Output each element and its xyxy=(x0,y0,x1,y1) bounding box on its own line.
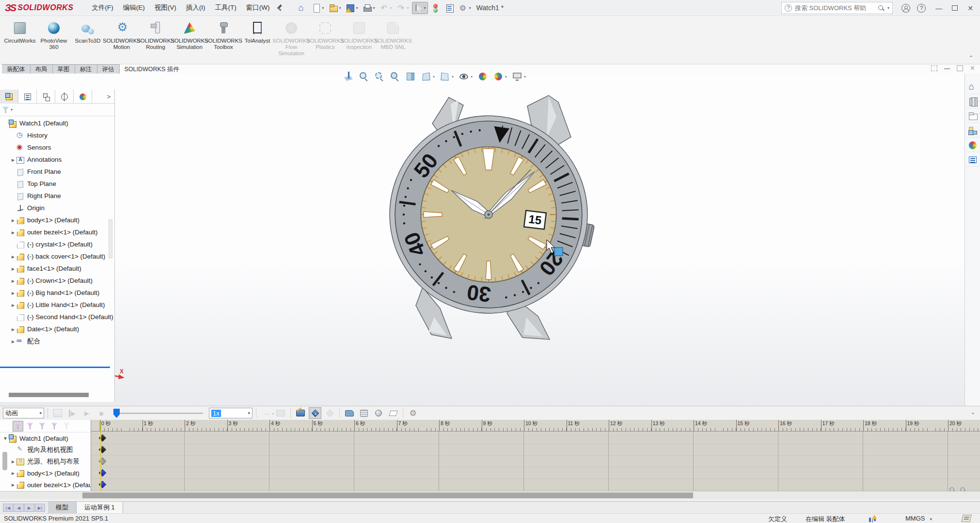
timeline-position-slider[interactable] xyxy=(113,408,203,418)
menu-item[interactable]: 工具(T) xyxy=(210,0,241,15)
expand-arrow-icon[interactable] xyxy=(10,217,16,224)
play-button[interactable] xyxy=(80,407,93,419)
command-tab[interactable]: 装配体 xyxy=(2,64,31,74)
feature-tree-item[interactable]: Date<1> (Default) xyxy=(0,323,114,335)
study-type-combo[interactable]: 动画▾ xyxy=(3,408,44,418)
animation-wizard-button[interactable] xyxy=(294,407,307,419)
motion-filter-button[interactable] xyxy=(49,421,60,431)
minimize-button[interactable]: — xyxy=(933,4,945,12)
feature-tree-item[interactable]: body<1> (Default) xyxy=(0,214,114,226)
timeline-row[interactable] xyxy=(91,479,980,491)
motion-filter-button[interactable] xyxy=(37,421,47,431)
ribbon-collapse-icon[interactable]: ⌃ xyxy=(969,55,973,61)
task-pane-button[interactable] xyxy=(966,80,980,94)
addin-button[interactable]: ScanTo3D xyxy=(71,19,105,62)
motion-collapse-icon[interactable]: ⌄ xyxy=(971,409,975,415)
timeline-row[interactable] xyxy=(91,456,980,467)
expand-arrow-icon[interactable] xyxy=(10,470,16,477)
playback-speed-combo[interactable]: 1x▾ xyxy=(209,408,253,418)
restore-button[interactable] xyxy=(952,5,958,11)
heads-up-button[interactable] xyxy=(404,70,417,83)
search-input[interactable]: 搜索 SOLIDWORKS 帮助 xyxy=(795,4,875,13)
feature-tree-item[interactable]: Front Plane xyxy=(0,166,114,178)
stop-button[interactable] xyxy=(95,407,108,419)
command-tab[interactable]: 评估 xyxy=(97,64,120,74)
results-button[interactable] xyxy=(358,407,370,419)
calculate-button[interactable] xyxy=(51,407,64,419)
task-pane-button[interactable] xyxy=(966,109,980,123)
task-pane-button[interactable] xyxy=(966,95,980,108)
task-pane-button[interactable] xyxy=(966,124,980,138)
addin-button[interactable]: SOLIDWORKS Flow Simulation xyxy=(274,19,308,62)
heads-up-button[interactable] xyxy=(420,70,436,83)
feature-panel-tab[interactable] xyxy=(55,90,74,104)
feature-tree-item[interactable]: (-) Big hand<1> (Default) xyxy=(0,287,114,299)
feature-tree-item[interactable]: Sensors xyxy=(0,141,114,154)
command-tab[interactable]: SOLIDWORKS 插件 xyxy=(120,64,185,74)
prev-tab-icon[interactable]: ◀ xyxy=(14,504,24,512)
addin-button[interactable]: SOLIDWORKS Toolbox xyxy=(206,19,240,62)
expand-arrow-icon[interactable] xyxy=(2,435,9,442)
feature-tree-item[interactable]: History xyxy=(0,129,114,141)
quick-tool-button[interactable] xyxy=(310,2,326,14)
playback-mode-button[interactable] xyxy=(260,407,272,419)
graphics-area[interactable]: 50 40 30 20 15 xyxy=(0,74,980,406)
command-tab[interactable]: 标注 xyxy=(75,64,97,74)
quick-tool-button[interactable] xyxy=(457,2,473,14)
pin-toolbar-icon[interactable] xyxy=(275,3,284,12)
feature-panel-tab[interactable] xyxy=(74,90,92,104)
quick-tool-button[interactable] xyxy=(429,2,442,14)
timebar-cursor[interactable] xyxy=(100,421,101,491)
menu-item[interactable]: 插入(I) xyxy=(181,0,210,15)
motion-filter-button[interactable] xyxy=(25,421,35,431)
quick-tool-button[interactable] xyxy=(344,2,360,14)
viewport-close-icon[interactable]: ✕ xyxy=(970,65,975,71)
addin-button[interactable]: SOLIDWORKS Routing xyxy=(139,19,173,62)
motion-filter-button[interactable] xyxy=(61,421,72,431)
study-tab[interactable]: 运动算例 1 xyxy=(77,502,123,513)
motion-tree-item[interactable]: outer bezel<1> (Default) xyxy=(0,479,91,491)
heads-up-button[interactable] xyxy=(358,70,370,83)
addin-button[interactable]: SOLIDWORKS Motion xyxy=(105,19,139,62)
task-pane-button[interactable] xyxy=(966,138,980,152)
expand-arrow-icon[interactable] xyxy=(10,481,16,488)
heads-up-button[interactable] xyxy=(389,70,401,83)
timeline-row[interactable] xyxy=(91,432,980,444)
heads-up-button[interactable] xyxy=(492,70,508,83)
heads-up-button[interactable] xyxy=(511,70,527,83)
quick-tool-button[interactable] xyxy=(412,2,428,14)
slider-thumb[interactable] xyxy=(113,409,120,418)
feature-tree-item[interactable]: Origin xyxy=(0,202,114,214)
addin-button[interactable]: CircuitWorks xyxy=(3,19,37,62)
expand-arrow-icon[interactable] xyxy=(10,229,16,236)
feature-panel-tab[interactable] xyxy=(0,90,18,104)
save-animation-film-button[interactable] xyxy=(274,407,287,419)
expand-arrow-icon[interactable] xyxy=(10,277,16,284)
expand-arrow-icon[interactable] xyxy=(10,338,16,345)
menu-item[interactable]: 视图(V) xyxy=(150,0,181,15)
addin-button[interactable]: SOLIDWORKS Inspection xyxy=(342,19,376,62)
collapse-markers-button[interactable] xyxy=(387,407,399,419)
feature-tree-item[interactable]: Right Plane xyxy=(0,190,114,202)
motion-tree-item[interactable]: 光源、相机与布景 xyxy=(0,456,91,467)
search-dropdown-icon[interactable]: ▾ xyxy=(887,6,889,10)
play-from-start-button[interactable] xyxy=(66,407,79,419)
feature-panel-tab[interactable] xyxy=(37,90,55,104)
panel-expand-icon[interactable]: > xyxy=(92,90,114,103)
timeline-row[interactable] xyxy=(91,444,980,456)
search-icon[interactable] xyxy=(878,5,885,12)
expand-arrow-icon[interactable] xyxy=(10,290,16,296)
motion-tree-scrollbar[interactable] xyxy=(2,452,7,470)
feature-tree-item[interactable]: face1<1> (Default) xyxy=(0,262,114,275)
annotation-tag-icon[interactable] xyxy=(961,515,972,522)
feature-tree-item[interactable]: (-) Little Hand<1> (Default) xyxy=(0,299,114,311)
expand-arrow-icon[interactable] xyxy=(10,156,16,163)
quick-tool-button[interactable] xyxy=(361,2,377,14)
filter-funnel-icon[interactable] xyxy=(2,107,9,113)
help-search-box[interactable]: ? 搜索 SOLIDWORKS 帮助 ▾ xyxy=(781,2,893,14)
heads-up-button[interactable] xyxy=(476,70,489,83)
addin-button[interactable]: TolAnalyst xyxy=(240,19,274,62)
expand-arrow-icon[interactable] xyxy=(10,302,16,308)
status-editing[interactable]: 在编辑 装配体 xyxy=(806,515,845,523)
addin-button[interactable]: SOLIDWORKS MBD SNL xyxy=(376,19,410,62)
